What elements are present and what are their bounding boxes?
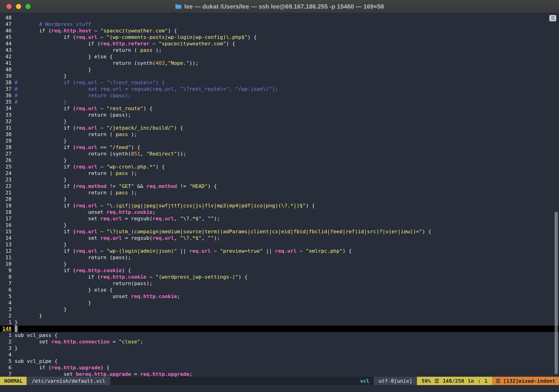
line-code: sub vcl_pipe { xyxy=(15,358,57,364)
code-line: 48 xyxy=(0,15,559,21)
code-line: 24 return ( pass ); xyxy=(0,170,559,177)
terminal-screen[interactable]: 4847 # Wordpress stuff46 if (req.http.ho… xyxy=(0,13,559,377)
code-line: 25 if (req.url ~ "wp-cron\.php.*") { xyxy=(0,164,559,170)
code-line: 29 } xyxy=(0,138,559,144)
line-number: 11 xyxy=(2,254,12,261)
titlebar[interactable]: lee — dukat /Users/lee — ssh lee@69.167.… xyxy=(0,0,559,13)
line-number: 5 xyxy=(2,358,12,364)
line-number: 48 xyxy=(2,15,12,21)
line-code: if (req.method != "GET" && req.method !=… xyxy=(15,183,217,189)
line-number: 7 xyxy=(2,280,12,287)
line-code: return ( pass ); xyxy=(15,47,162,54)
line-number: 17 xyxy=(2,215,12,222)
code-line: 23 } xyxy=(0,177,559,183)
code-line: 44 if (req.http.referer ~ "spacecityweat… xyxy=(0,40,559,47)
line-number: 26 xyxy=(2,157,12,164)
line-number: 3 xyxy=(2,345,12,352)
zoom-button[interactable] xyxy=(26,4,30,9)
code-line: 12 if (req.url ~ "wp-(login|admin|json)"… xyxy=(0,248,559,254)
line-code: return ( pass ); xyxy=(15,189,137,196)
line-number: 36 xyxy=(2,92,12,99)
line-number: 41 xyxy=(2,60,12,66)
code-line: 39 } xyxy=(0,73,559,79)
line-code: set bereq.http.upgrade = req.http.upgrad… xyxy=(15,371,192,377)
code-line: 20 } xyxy=(0,196,559,203)
line-code: if (req.url ~ "wp-(login|admin|json)" ||… xyxy=(15,248,352,254)
line-code: if (req.url ~ "rest_route") { xyxy=(15,105,152,112)
mode-indicator: NORMAL xyxy=(0,377,27,385)
filetype-indicator: vcl xyxy=(355,377,374,385)
line-number: 45 xyxy=(2,34,12,40)
line-code: if (req.url ~ "(wp-comments-posts|wp-log… xyxy=(15,34,257,40)
lines-icon: ☰ xyxy=(435,378,439,384)
line-code: } xyxy=(15,306,67,313)
line-code: } xyxy=(15,73,67,79)
line-number: 20 xyxy=(2,196,12,203)
line-number: 43 xyxy=(2,47,12,54)
code-line: 36# return (pass); xyxy=(0,92,559,99)
code-line: 1} xyxy=(0,319,559,326)
line-code: return ( pass ); xyxy=(15,170,137,177)
line-number: 42 xyxy=(2,54,12,60)
scrollbar-thumb[interactable] xyxy=(555,212,558,374)
code-line: 3} xyxy=(0,345,559,352)
line-number: 5 xyxy=(2,293,12,300)
window-title: lee — dukat /Users/lee — ssh lee@69.167.… xyxy=(184,3,384,10)
line-number: 29 xyxy=(2,138,12,144)
line-number: 6 xyxy=(2,287,12,293)
line-code: if (req.url ~ "/jetpack/_inc/build/") { xyxy=(15,125,183,131)
code-line: 19 if (req.url ~ "\.(gif|jpg|jpeg|swf|tt… xyxy=(0,203,559,209)
code-line: 5 unset req.http.cookie; xyxy=(0,293,559,300)
line-code: } xyxy=(15,313,42,319)
line-number: 1 xyxy=(2,332,12,338)
line-code: if (req.http.referer ~ "spacecityweather… xyxy=(15,40,235,47)
code-line: 6 if (req.http.upgrade) { xyxy=(0,364,559,371)
line-code: # return (pass); xyxy=(15,92,131,99)
line-number: 7 xyxy=(2,371,12,377)
line-number: 27 xyxy=(2,151,12,157)
encoding-indicator: utf-8[unix] xyxy=(374,377,417,385)
line-code: } xyxy=(15,157,67,164)
close-button[interactable] xyxy=(7,4,12,9)
line-number: 16 xyxy=(2,222,12,228)
code-line: 45 if (req.url ~ "(wp-comments-posts|wp-… xyxy=(0,34,559,40)
code-line: 5sub vcl_pipe { xyxy=(0,358,559,364)
line-number: 4 xyxy=(2,352,12,358)
line-number: 33 xyxy=(2,112,12,118)
code-line: 4 xyxy=(0,352,559,358)
line-number: 46 xyxy=(2,28,12,34)
line-code: if (req.http.upgrade) { xyxy=(15,364,110,371)
line-code: # if (req.url ~ "\?rest_route\=") { xyxy=(15,79,165,86)
code-line: 33 return (pass); xyxy=(0,112,559,118)
line-code: set req.url = regsub(req.url, "\?.*$", "… xyxy=(15,235,220,241)
code-line: 34 if (req.url ~ "rest_route") { xyxy=(0,105,559,112)
line-number: 2 xyxy=(2,313,12,319)
line-number: 22 xyxy=(2,183,12,189)
code-lines: 4847 # Wordpress stuff46 if (req.http.ho… xyxy=(0,15,559,377)
line-code: return (pass); xyxy=(15,112,131,118)
line-number: 8 xyxy=(2,274,12,280)
vim-command-line xyxy=(0,385,559,392)
scrollback-menu-icon[interactable]: ☰ xyxy=(549,15,556,21)
minimize-button[interactable] xyxy=(16,4,21,9)
line-code: # } xyxy=(15,99,67,105)
current-code-line: 148 xyxy=(0,326,559,332)
cursor-position: 148/250 xyxy=(443,378,464,384)
code-line: 47 # Wordpress stuff xyxy=(0,21,559,28)
line-code: if (req.url ~ "\?(utm_(campaign|medium|s… xyxy=(15,228,431,235)
line-code: } xyxy=(15,196,67,203)
line-code: return (pass); xyxy=(15,254,131,261)
line-number: 3 xyxy=(2,306,12,313)
line-number: 34 xyxy=(2,105,12,112)
code-line: 42 } else { xyxy=(0,54,559,60)
line-code: set req.url = regsub(req.url, "\?.*$", "… xyxy=(15,215,220,222)
file-path: /etc/varnish/default.vcl xyxy=(27,377,110,385)
code-line: 46 if (req.http.host ~ "spacecityweather… xyxy=(0,28,559,34)
line-number: 30 xyxy=(2,131,12,138)
line-code: } xyxy=(15,118,67,125)
cursor-block xyxy=(15,326,18,332)
line-number: 148 xyxy=(2,326,12,332)
code-line: 8 if (req.http.cookie ~ "(wordpress_|wp-… xyxy=(0,274,559,280)
code-line: 14 set req.url = regsub(req.url, "\?.*$"… xyxy=(0,235,559,241)
line-number: 13 xyxy=(2,241,12,248)
